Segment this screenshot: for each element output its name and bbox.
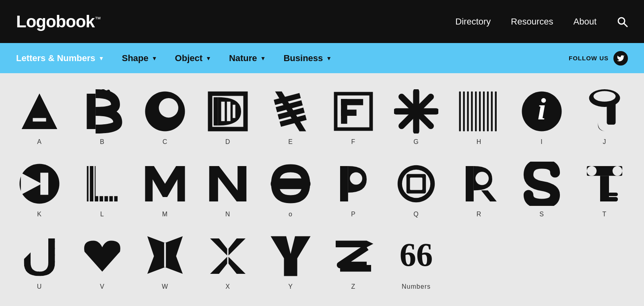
svg-rect-66 (587, 166, 597, 176)
svg-text:66: 66 (400, 236, 433, 273)
logo-label-S: S (539, 211, 544, 218)
svg-rect-71 (608, 193, 618, 196)
logo-cell-W[interactable]: W (134, 226, 196, 294)
svg-rect-28 (463, 92, 464, 131)
logo-img-L (80, 162, 124, 206)
header: Logobook™ Directory Resources About (0, 0, 644, 43)
svg-point-57 (350, 172, 362, 185)
twitter-button[interactable] (613, 51, 628, 66)
logo-cell-Z[interactable]: Z (322, 226, 385, 294)
logo-cell-X[interactable]: X (196, 226, 259, 294)
svg-rect-56 (340, 166, 348, 201)
nav-about[interactable]: About (574, 16, 597, 27)
logo-cell-P[interactable]: P (322, 154, 385, 222)
logo-cell-O[interactable]: o (259, 154, 322, 222)
svg-rect-29 (467, 92, 469, 131)
logo[interactable]: Logobook™ (16, 12, 101, 31)
logo-label-E: E (288, 138, 293, 146)
search-icon (617, 16, 628, 27)
svg-rect-32 (479, 92, 481, 131)
logo-cell-L[interactable]: L (71, 154, 134, 222)
svg-point-63 (475, 172, 489, 185)
logo-cell-empty-1 (448, 226, 510, 294)
logo-img-R (457, 162, 501, 206)
nav-directory[interactable]: Directory (455, 16, 491, 27)
logo-label-L: L (100, 211, 104, 218)
logo-label-Q: Q (413, 211, 419, 218)
logo-label-A: A (37, 138, 42, 146)
business-caret: ▼ (326, 55, 332, 62)
cat-letters-numbers[interactable]: Letters & Numbers ▼ (16, 43, 113, 73)
svg-text:i: i (537, 92, 546, 126)
logo-tm: ™ (95, 16, 101, 23)
nature-caret: ▼ (260, 55, 266, 62)
logo-img-Q (394, 162, 438, 206)
logo-label-D: D (225, 138, 231, 146)
logo-img-A (17, 89, 62, 133)
logo-cell-empty-3 (573, 226, 636, 294)
logo-cell-K[interactable]: K (8, 154, 71, 222)
svg-rect-22 (341, 110, 357, 116)
logo-cell-D[interactable]: D (196, 81, 259, 150)
logo-cell-M[interactable]: M (134, 154, 196, 222)
svg-marker-83 (367, 241, 374, 248)
logo-cell-V[interactable]: V (71, 226, 134, 294)
logo-cell-Q[interactable]: Q (385, 154, 448, 222)
cat-shape[interactable]: Shape ▼ (113, 43, 166, 73)
logo-cell-H[interactable]: H (448, 81, 510, 150)
logo-img-C (143, 89, 187, 133)
logo-cell-S[interactable]: S (510, 154, 573, 222)
logo-cell-numbers[interactable]: 66 Numbers (385, 226, 448, 294)
logo-label-R: R (477, 211, 482, 218)
svg-rect-13 (233, 105, 235, 118)
logo-cell-I[interactable]: i I (510, 81, 573, 150)
logo-cell-R[interactable]: R (448, 154, 510, 222)
cat-object[interactable]: Object ▼ (166, 43, 220, 73)
svg-rect-3 (87, 94, 96, 129)
logo-cell-T[interactable]: T (573, 154, 636, 222)
main-content: A B (0, 73, 644, 306)
logo-label-X: X (225, 283, 230, 290)
logo-cell-J[interactable]: J (573, 81, 636, 150)
logo-cell-B[interactable]: B (71, 81, 134, 150)
object-caret: ▼ (206, 55, 211, 62)
logo-img-O (268, 162, 313, 206)
logo-img-B (80, 89, 124, 133)
logo-label-numbers: Numbers (402, 283, 431, 290)
cat-business[interactable]: Business ▼ (275, 43, 341, 73)
nav-resources[interactable]: Resources (511, 16, 553, 27)
logo-img-E (268, 89, 313, 133)
logo-img-F (331, 89, 376, 133)
logo-row-3: U V W (8, 226, 636, 294)
logo-cell-Y[interactable]: Y (259, 226, 322, 294)
svg-rect-48 (90, 162, 93, 206)
svg-rect-36 (495, 92, 497, 131)
logo-cell-N[interactable]: N (196, 154, 259, 222)
logo-text: Logobook (16, 12, 95, 31)
svg-point-8 (159, 98, 178, 117)
svg-rect-34 (487, 92, 489, 131)
logo-label-N: N (225, 211, 231, 218)
logo-img-numbers: 66 (394, 234, 438, 278)
main-nav: Directory Resources About (455, 16, 628, 27)
search-button[interactable] (617, 16, 628, 27)
svg-rect-70 (600, 197, 618, 201)
svg-rect-67 (613, 166, 622, 176)
svg-rect-35 (491, 92, 493, 131)
logo-img-Z (331, 234, 376, 278)
logo-label-W: W (162, 283, 168, 290)
logo-label-Z: Z (351, 283, 356, 290)
svg-rect-44 (40, 173, 48, 195)
cat-nature[interactable]: Nature ▼ (220, 43, 275, 73)
logo-cell-G[interactable]: G (385, 81, 448, 150)
svg-marker-64 (481, 191, 497, 202)
logo-cell-C[interactable]: C (134, 81, 196, 150)
logo-cell-F[interactable]: F (322, 81, 385, 150)
logo-img-M (143, 162, 187, 206)
logo-cell-E[interactable]: E (259, 81, 322, 150)
svg-rect-21 (341, 99, 363, 105)
logo-cell-U[interactable]: U (8, 226, 71, 294)
logo-cell-A[interactable]: A (8, 81, 71, 150)
logo-img-V (80, 234, 124, 278)
svg-point-6 (107, 90, 110, 93)
